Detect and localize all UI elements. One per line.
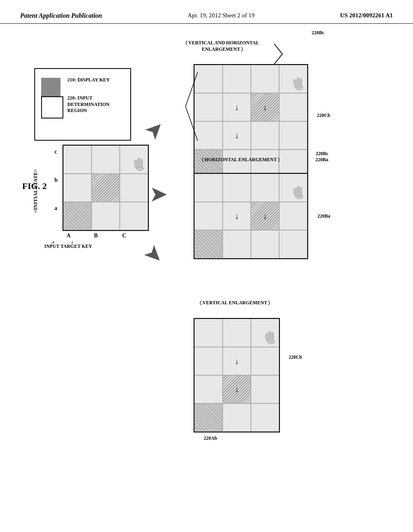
both-r3-c4 [279, 93, 307, 121]
cell-a-B [92, 202, 120, 230]
both-r4-c4 [279, 65, 307, 93]
v-r2-c2: ↓ [223, 375, 251, 403]
cell-c-B [92, 145, 120, 174]
col-label-C: C [122, 233, 126, 239]
label-220Bc-top: 220Bc [312, 30, 324, 36]
vertical-enlarged-grid: ↓ ↓ [194, 318, 280, 432]
both-r4-c3 [251, 65, 279, 93]
arrow-to-horizontal: ➤ [149, 181, 168, 207]
h-ra-c3 [251, 230, 279, 258]
h-rb-c2: ↓ [223, 202, 251, 230]
page-header: Patent Application Publication Apr. 19, … [0, 0, 413, 24]
finger-svg-initial [131, 156, 147, 172]
label-220Cb-v: 220Cb [289, 354, 302, 360]
finger-horiz-top [290, 185, 306, 201]
cell-b-C [120, 174, 148, 202]
v-r4-c1 [194, 319, 223, 347]
arrow-indicator: ↗ [50, 240, 54, 245]
horizontal-section-label: 〈 HORIZONTAL ENLARGEMENT 〉 [202, 157, 280, 163]
both-r2-c1 [194, 121, 223, 150]
display-key-icon [41, 78, 60, 97]
horizontal-enlarged-grid: ↓ ↓ [194, 173, 308, 259]
arrow-to-A: ↑ [71, 239, 74, 247]
v-r2-c1 [194, 375, 223, 403]
h-rc-c3 [251, 174, 279, 202]
h-ra-c1 [194, 230, 223, 258]
h-rb-c3: ↓ [251, 202, 279, 230]
cell-a-C [120, 202, 148, 230]
both-r3-c3: ↓ [251, 93, 279, 121]
v-r3-c3 [251, 347, 279, 375]
h-ra-c2 [223, 230, 251, 258]
label-220: 220: INPUT DETERMINATIONREGION [67, 95, 130, 114]
label-220Ba-h: 220Ba [317, 213, 330, 219]
v-r4-c2 [223, 319, 251, 347]
finger-vert-top [262, 330, 278, 346]
key-legend-box: 210: DISPLAY KEY 220: INPUT DETERMINATIO… [34, 68, 131, 141]
figure-content: FIG. 2 210: DISPLAY KEY 220: INPUT DETER… [0, 24, 413, 524]
both-r4-c2 [223, 65, 251, 93]
v-r3-c1 [194, 347, 223, 375]
h-rc-c1 [194, 174, 223, 202]
initial-state-label: <INITIAL STATE> [32, 169, 39, 213]
initial-state-grid [63, 145, 149, 231]
both-bracket-svg [272, 42, 284, 66]
h-rb-c1 [194, 202, 223, 230]
label-220Ab-v: 220Ab [204, 435, 217, 441]
initial-state-section: <INITIAL STATE> c b a A [63, 145, 149, 231]
v-r3-c2: ↓ [223, 347, 251, 375]
both-r3-c2: ↓ [223, 93, 251, 121]
both-section-label: 〈 VERTICAL AND HORIZONTALENLARGEMENT 〉 [186, 40, 259, 52]
h-rb-c4 [279, 202, 307, 230]
both-r2-c2: ↓ [223, 121, 251, 150]
col-label-A: A [67, 233, 71, 239]
vertical-enlargement-section: 〈 VERTICAL ENLARGEMENT 〉 ↓ ↓ [194, 318, 280, 432]
both-r3-c1 [194, 93, 223, 121]
row-label-b: b [54, 177, 58, 183]
both-r2-c4 [279, 121, 307, 150]
finger-both-top [290, 76, 306, 92]
input-region-icon [41, 96, 63, 118]
v-r1-c1 [194, 403, 223, 432]
cell-b-B [92, 174, 120, 202]
h-ra-c4 [279, 230, 307, 258]
sheet-info: Apr. 19, 2012 Sheet 2 of 19 [188, 12, 254, 19]
horizontal-enlargement-section: 〈 HORIZONTAL ENLARGEMENT 〉 ↓ ↓ [194, 173, 308, 259]
both-r2-c3 [251, 121, 279, 150]
cell-b-A [63, 174, 92, 202]
col-label-B: B [94, 233, 98, 239]
vertical-section-label: 〈 VERTICAL ENLARGEMENT 〉 [200, 300, 270, 306]
label-220Cb-both: 220Cb [317, 112, 330, 118]
label-220Bc-h: 220Bc220Ba [315, 151, 328, 163]
h-rc-c4 [279, 174, 307, 202]
cell-c-A [63, 145, 92, 174]
row-label-a: a [54, 205, 57, 212]
v-r4-c3 [251, 319, 279, 347]
v-r1-c3 [251, 403, 279, 432]
arrow-to-vertical: ➤ [139, 239, 170, 270]
cell-a-A [63, 202, 92, 230]
label-210: 210: DISPLAY KEY [67, 77, 110, 83]
h-rc-c2 [223, 174, 251, 202]
cell-c-C [120, 145, 148, 174]
v-r1-c2 [223, 403, 251, 432]
row-label-c: c [54, 149, 57, 155]
v-r2-c3 [251, 375, 279, 403]
arrow-to-both: ➤ [139, 114, 170, 145]
both-r4-c1 [194, 65, 223, 93]
patent-number: US 2012/0092261 A1 [340, 12, 393, 19]
publication-label: Patent Application Publication [20, 12, 102, 19]
